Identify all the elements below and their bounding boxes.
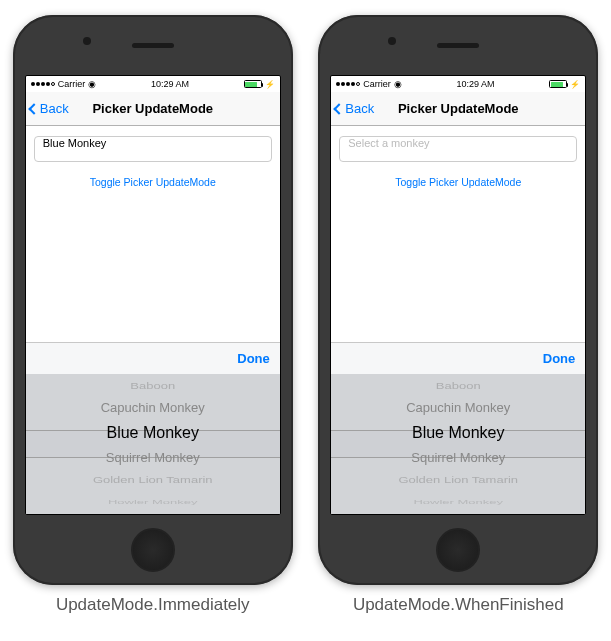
signal-icon xyxy=(31,82,55,86)
phones-container: Carrier ◉ 10:29 AM ⚡ Back Picker UpdateM… xyxy=(0,0,611,585)
picker-item[interactable]: Baboon xyxy=(436,378,481,393)
status-right: ⚡ xyxy=(549,80,580,89)
charging-icon: ⚡ xyxy=(265,80,275,89)
picker-toolbar: Done xyxy=(26,342,280,374)
content-area: Select a monkey Toggle Picker UpdateMode xyxy=(331,126,585,342)
picker-item[interactable]: Howler Monkey xyxy=(413,497,503,507)
wifi-icon: ◉ xyxy=(394,80,402,89)
signal-icon xyxy=(336,82,360,86)
screen-right: Carrier ◉ 10:29 AM ⚡ Back Picker UpdateM… xyxy=(330,75,586,515)
status-bar: Carrier ◉ 10:29 AM ⚡ xyxy=(331,76,585,92)
picker-item[interactable]: Squirrel Monkey xyxy=(106,447,200,469)
phone-device-right: Carrier ◉ 10:29 AM ⚡ Back Picker UpdateM… xyxy=(318,15,598,585)
home-button[interactable] xyxy=(131,528,175,572)
time-label: 10:29 AM xyxy=(456,79,494,89)
picker-item[interactable]: Baboon xyxy=(130,378,175,393)
phone-device-left: Carrier ◉ 10:29 AM ⚡ Back Picker UpdateM… xyxy=(13,15,293,585)
back-label: Back xyxy=(40,101,69,116)
status-bar: Carrier ◉ 10:29 AM ⚡ xyxy=(26,76,280,92)
picker-wheel[interactable]: Baboon Capuchin Monkey Blue Monkey Squir… xyxy=(331,374,585,514)
picker-item-selected[interactable]: Blue Monkey xyxy=(412,419,505,447)
monkey-input[interactable]: Select a monkey xyxy=(339,136,577,162)
carrier-label: Carrier xyxy=(363,79,391,89)
nav-bar: Back Picker UpdateMode xyxy=(26,92,280,126)
caption-right: UpdateMode.WhenFinished xyxy=(318,595,598,615)
back-label: Back xyxy=(345,101,374,116)
battery-icon xyxy=(549,80,567,88)
back-button[interactable]: Back xyxy=(30,101,69,116)
picker-item[interactable]: Golden Lion Tamarin xyxy=(398,472,518,487)
picker-item[interactable]: Capuchin Monkey xyxy=(101,397,205,419)
back-button[interactable]: Back xyxy=(335,101,374,116)
home-button[interactable] xyxy=(436,528,480,572)
nav-bar: Back Picker UpdateMode xyxy=(331,92,585,126)
picker-item[interactable]: Golden Lion Tamarin xyxy=(93,472,213,487)
picker-item[interactable]: Squirrel Monkey xyxy=(411,447,505,469)
wifi-icon: ◉ xyxy=(88,80,96,89)
status-left: Carrier ◉ xyxy=(31,79,97,89)
captions-row: UpdateMode.Immediately UpdateMode.WhenFi… xyxy=(0,585,611,615)
picker-item[interactable]: Capuchin Monkey xyxy=(406,397,510,419)
picker-item[interactable]: Howler Monkey xyxy=(108,497,198,507)
content-area: Blue Monkey Toggle Picker UpdateMode xyxy=(26,126,280,342)
picker-toolbar: Done xyxy=(331,342,585,374)
picker-item-selected[interactable]: Blue Monkey xyxy=(106,419,199,447)
toggle-updatemode-button[interactable]: Toggle Picker UpdateMode xyxy=(34,176,272,188)
picker-items: Baboon Capuchin Monkey Blue Monkey Squir… xyxy=(398,375,518,513)
toggle-updatemode-button[interactable]: Toggle Picker UpdateMode xyxy=(339,176,577,188)
done-button[interactable]: Done xyxy=(543,351,576,366)
caption-left: UpdateMode.Immediately xyxy=(13,595,293,615)
chevron-left-icon xyxy=(28,103,39,114)
status-left: Carrier ◉ xyxy=(336,79,402,89)
done-button[interactable]: Done xyxy=(237,351,270,366)
screen-left: Carrier ◉ 10:29 AM ⚡ Back Picker UpdateM… xyxy=(25,75,281,515)
picker-items: Baboon Capuchin Monkey Blue Monkey Squir… xyxy=(93,375,213,513)
carrier-label: Carrier xyxy=(58,79,86,89)
battery-icon xyxy=(244,80,262,88)
monkey-input[interactable]: Blue Monkey xyxy=(34,136,272,162)
chevron-left-icon xyxy=(334,103,345,114)
charging-icon: ⚡ xyxy=(570,80,580,89)
status-right: ⚡ xyxy=(244,80,275,89)
time-label: 10:29 AM xyxy=(151,79,189,89)
picker-wheel[interactable]: Baboon Capuchin Monkey Blue Monkey Squir… xyxy=(26,374,280,514)
